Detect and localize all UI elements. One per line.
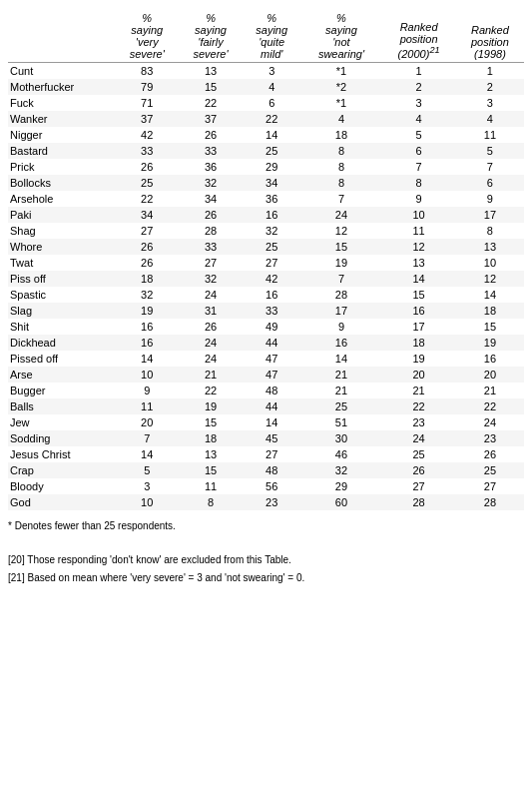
cell-value: 13	[179, 63, 243, 80]
cell-value: 14	[243, 127, 301, 143]
table-row: Bugger92248212121	[8, 383, 524, 398]
cell-value: 19	[381, 351, 455, 367]
cell-value: 5	[381, 127, 455, 143]
table-row: Nigger42261418511	[8, 127, 524, 143]
cell-value: 22	[115, 191, 179, 207]
footnote-21: [21] Based on mean where 'very severe' =…	[8, 570, 524, 586]
cell-value: 20	[456, 367, 524, 383]
word-label: Sodding	[8, 430, 115, 446]
cell-value: 8	[456, 223, 524, 239]
cell-value: 22	[179, 95, 243, 111]
cell-value: *1	[301, 95, 382, 111]
cell-value: 3	[243, 63, 301, 80]
cell-value: 25	[243, 239, 301, 255]
cell-value: 14	[456, 287, 524, 303]
cell-value: 32	[301, 462, 382, 478]
cell-value: 37	[115, 111, 179, 127]
cell-value: 12	[301, 223, 382, 239]
cell-value: 26	[115, 159, 179, 175]
cell-value: 36	[243, 191, 301, 207]
cell-value: 3	[456, 95, 524, 111]
table-header: %saying'verysevere' %saying'fairlysevere…	[8, 10, 524, 63]
cell-value: 15	[381, 287, 455, 303]
col-ranked-1998: Rankedposition(1998)	[456, 10, 524, 63]
col-very-severe: %saying'verysevere'	[115, 10, 179, 63]
cell-value: 25	[243, 143, 301, 159]
cell-value: 33	[115, 143, 179, 159]
cell-value: 26	[179, 207, 243, 223]
word-label: Arse	[8, 367, 115, 383]
table-row: God10823602828	[8, 494, 524, 510]
cell-value: 27	[115, 223, 179, 239]
cell-value: 48	[243, 462, 301, 478]
cell-value: 6	[243, 95, 301, 111]
cell-value: 12	[381, 239, 455, 255]
cell-value: 4	[301, 111, 382, 127]
cell-value: 25	[301, 398, 382, 414]
cell-value: 56	[243, 478, 301, 494]
cell-value: 28	[179, 223, 243, 239]
table-row: Bollocks253234886	[8, 175, 524, 191]
cell-value: 15	[456, 319, 524, 335]
table-row: Arse102147212020	[8, 367, 524, 383]
cell-value: 24	[179, 335, 243, 351]
cell-value: 42	[243, 271, 301, 287]
cell-value: 27	[243, 446, 301, 462]
cell-value: 10	[381, 207, 455, 223]
cell-value: 36	[179, 159, 243, 175]
cell-value: 10	[456, 255, 524, 271]
word-label: Crap	[8, 462, 115, 478]
cell-value: 34	[179, 191, 243, 207]
cell-value: 4	[243, 79, 301, 95]
cell-value: 15	[179, 79, 243, 95]
cell-value: 26	[115, 255, 179, 271]
cell-value: 16	[115, 319, 179, 335]
cell-value: 49	[243, 319, 301, 335]
cell-value: 27	[243, 255, 301, 271]
cell-value: 8	[301, 143, 382, 159]
table-row: Slag193133171618	[8, 303, 524, 319]
cell-value: 23	[381, 414, 455, 430]
cell-value: 18	[115, 271, 179, 287]
word-label: Motherfucker	[8, 79, 115, 95]
word-label: Bloody	[8, 478, 115, 494]
cell-value: 23	[456, 430, 524, 446]
cell-value: 33	[179, 239, 243, 255]
cell-value: 79	[115, 79, 179, 95]
table-row: Fuck71226*133	[8, 95, 524, 111]
cell-value: 24	[179, 351, 243, 367]
word-label: Bastard	[8, 143, 115, 159]
cell-value: 13	[381, 255, 455, 271]
table-row: Piss off18324271412	[8, 271, 524, 287]
cell-value: 32	[179, 175, 243, 191]
cell-value: 4	[381, 111, 455, 127]
cell-value: 14	[381, 271, 455, 287]
cell-value: 7	[301, 191, 382, 207]
cell-value: 24	[381, 430, 455, 446]
cell-value: 19	[179, 398, 243, 414]
word-label: Arsehole	[8, 191, 115, 207]
cell-value: 28	[456, 494, 524, 510]
cell-value: 21	[456, 383, 524, 398]
word-label: Shag	[8, 223, 115, 239]
table-row: Twat262727191310	[8, 255, 524, 271]
cell-value: 9	[301, 319, 382, 335]
cell-value: 16	[243, 207, 301, 223]
cell-value: 51	[301, 414, 382, 430]
cell-value: 1	[381, 63, 455, 80]
table-row: Crap51548322625	[8, 462, 524, 478]
table-row: Shit16264991715	[8, 319, 524, 335]
cell-value: 16	[115, 335, 179, 351]
table-row: Dickhead162444161819	[8, 335, 524, 351]
cell-value: 2	[456, 79, 524, 95]
word-label: Twat	[8, 255, 115, 271]
word-label: Cunt	[8, 63, 115, 80]
cell-value: 13	[179, 446, 243, 462]
cell-value: 27	[381, 478, 455, 494]
cell-value: 71	[115, 95, 179, 111]
cell-value: 11	[179, 478, 243, 494]
word-label: Fuck	[8, 95, 115, 111]
table-row: Jew201514512324	[8, 414, 524, 430]
table-row: Balls111944252222	[8, 398, 524, 414]
word-label: Jew	[8, 414, 115, 430]
